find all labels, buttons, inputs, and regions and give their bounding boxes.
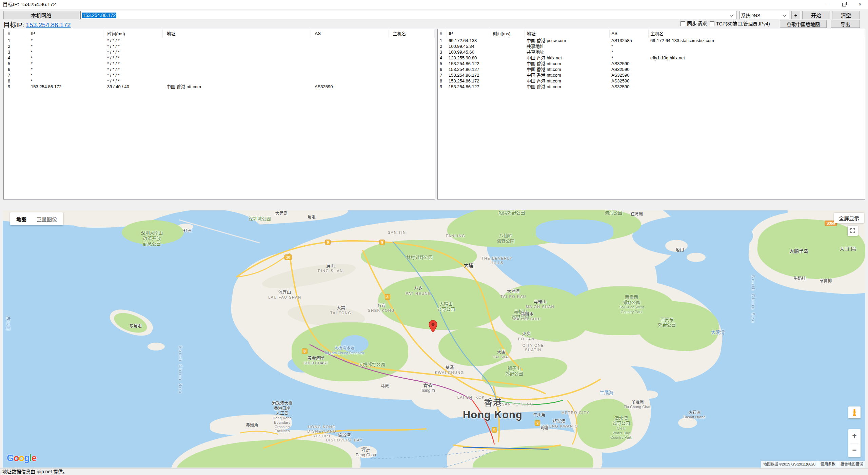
titlebar[interactable]: 目标IP: 153.254.86.172 – × xyxy=(0,0,868,9)
close-button[interactable]: × xyxy=(852,0,868,9)
map-label: CITY ONESHATIN xyxy=(522,343,544,352)
route-shield: 10 xyxy=(284,254,292,260)
restore-icon xyxy=(842,3,846,6)
map-label: 大浪湾 xyxy=(711,330,725,335)
terms-link[interactable]: 使用条款 xyxy=(818,461,838,468)
map-label: 西贡西郊野公园Sai Kung WestCountry Park xyxy=(619,294,644,314)
col-hostname[interactable]: 主机名 xyxy=(648,29,865,38)
col-ip[interactable]: IP xyxy=(27,29,103,38)
col-as[interactable]: AS xyxy=(609,29,648,38)
add-target-button[interactable]: + xyxy=(791,11,800,19)
pegman-button[interactable] xyxy=(848,406,861,418)
col-hop[interactable]: # xyxy=(4,29,27,38)
trace-table-left: # IP 时间(ms) 地址 AS 主机名 1** / * / *2** / *… xyxy=(4,29,435,90)
col-address[interactable]: 地址 xyxy=(162,29,311,38)
chevron-down-icon[interactable] xyxy=(783,13,786,16)
sync-request-checkbox[interactable] xyxy=(680,21,685,26)
table-row[interactable]: 9153.254.86.17239 / 40 / 40中国 香港 ntt.com… xyxy=(4,84,435,90)
map-label: 海滨公园 xyxy=(605,210,622,216)
table-row[interactable]: 169.172.64.133中国 香港 pccw.comAS13258569-1… xyxy=(438,38,865,43)
table-row[interactable]: 2100.99.45.34共享地址* xyxy=(438,43,865,49)
map-label: 八乡PAT HEUNG xyxy=(406,286,431,296)
trace-table-right-panel: # IP 时间(ms) 地址 AS 主机名 169.172.64.133中国 香… xyxy=(437,29,865,200)
export-button[interactable]: 导出 xyxy=(831,20,860,28)
map-label: 石岗SHEK KONG xyxy=(368,303,395,313)
map-label: 大埔滘TAI PO KAU xyxy=(500,289,526,299)
map-label: 穿鼻排 xyxy=(820,279,832,284)
local-network-button[interactable]: 本机网络 xyxy=(3,11,79,19)
table-row[interactable]: 8153.254.86.172中国 香港 ntt.comAS32590 xyxy=(438,78,865,84)
table-row[interactable]: 4** / * / * xyxy=(4,55,435,61)
col-address[interactable]: 地址 xyxy=(525,29,609,38)
table-row[interactable]: 5153.254.86.122中国 香港 ntt.comAS32590 xyxy=(438,61,865,66)
map-label: THE BEVERLYHILLS xyxy=(481,256,513,265)
minimize-button[interactable]: – xyxy=(820,0,836,9)
tab-satellite[interactable]: 卫星图像 xyxy=(37,215,57,223)
clear-button[interactable]: 清空 xyxy=(832,11,860,19)
map-label: 马湾 xyxy=(381,383,389,388)
restore-button[interactable] xyxy=(836,0,852,9)
map-label: 火炭FO TAN xyxy=(518,331,534,341)
col-hop[interactable]: # xyxy=(438,29,447,38)
fullscreen-button[interactable] xyxy=(848,226,858,236)
table-header-row[interactable]: # IP 时间(ms) 地址 AS 主机名 xyxy=(4,29,435,38)
dns-select-value: 系统DNS xyxy=(741,12,761,19)
chevron-down-icon[interactable] xyxy=(730,13,733,16)
col-hostname[interactable]: 主机名 xyxy=(389,29,435,38)
start-button[interactable]: 开始 xyxy=(802,11,830,19)
map-label: 珠江口 xyxy=(5,316,11,331)
col-ip[interactable]: IP xyxy=(447,29,491,38)
map-label: 大棠TAI TONG xyxy=(330,306,352,316)
pegman-icon xyxy=(851,408,858,417)
table-row[interactable]: 4123.255.90.80中国 香港 hkix.net*efly1-10g.h… xyxy=(438,55,865,61)
target-ip-label: 目标IP: xyxy=(3,21,24,28)
route-shield: 8 xyxy=(302,348,307,354)
dns-select[interactable]: 系统DNS xyxy=(739,11,789,19)
col-as[interactable]: AS xyxy=(311,29,389,38)
col-time[interactable]: 时间(ms) xyxy=(103,29,162,38)
map-canvas[interactable]: 99103852S359 深圳湾公园深圳大南山改革开放纪念公园大铲岛角咀孖洲船湾… xyxy=(3,210,865,468)
google-logo[interactable]: Google xyxy=(7,453,36,463)
tcp-mode-checkbox[interactable] xyxy=(710,21,714,26)
map-label: 火石洲Basalt Island xyxy=(684,410,706,419)
table-header-row[interactable]: # IP 时间(ms) 地址 AS 主机名 xyxy=(438,29,865,38)
zoom-control: + − xyxy=(848,429,861,457)
table-row[interactable]: 7** / * / * xyxy=(4,72,435,78)
target-ip-input[interactable]: 153.254.86.172 xyxy=(80,11,736,19)
map-label: 大鹏半岛 xyxy=(789,249,808,254)
map-label: 东角咀 xyxy=(130,324,142,329)
route-shield: 2 xyxy=(535,420,540,426)
map-label: 流浮山LAU FAU SHAN xyxy=(268,290,301,300)
map-label: 愉景湾DISCOVERY BAY xyxy=(326,433,362,443)
map-marker-pin[interactable] xyxy=(429,320,437,334)
table-row[interactable]: 6153.254.86.127中国 香港 ntt.comAS32590 xyxy=(438,66,865,72)
map-label: 大三门岛 xyxy=(840,246,856,251)
table-row[interactable]: 8** / * / * xyxy=(4,78,435,84)
map-label: 将军澳TSEUNG KWAN O xyxy=(540,419,578,429)
google-china-map-button[interactable]: 谷歌中国版地图 xyxy=(780,20,827,28)
zoom-out-button[interactable]: − xyxy=(848,443,861,457)
report-error-link[interactable]: 报告地图错误 xyxy=(838,461,865,468)
map-label: 香港Hong Kong xyxy=(463,398,522,422)
table-row[interactable]: 3100.99.45.60共享地址* xyxy=(438,49,865,55)
map-label: 船湾郊野公园 xyxy=(498,210,525,216)
table-row[interactable]: 6** / * / * xyxy=(4,66,435,72)
table-row[interactable]: 9153.254.86.127中国 香港 ntt.comAS32590 xyxy=(438,84,865,90)
table-row[interactable]: 5** / * / * xyxy=(4,61,435,66)
table-row[interactable]: 3** / * / * xyxy=(4,49,435,55)
fullscreen-icon xyxy=(850,228,856,234)
target-ip-link[interactable]: 153.254.86.172 xyxy=(26,21,71,28)
map-label: 赤鱲角 xyxy=(246,423,258,428)
zoom-in-button[interactable]: + xyxy=(848,429,861,443)
map-label: 狮子山郊野公园 xyxy=(506,366,523,377)
table-row[interactable]: 2** / * / * xyxy=(4,43,435,49)
map-label: 大围TAI WAI xyxy=(493,350,510,360)
map-label: 孖洲 xyxy=(183,228,191,233)
table-row[interactable]: 1** / * / * xyxy=(4,38,435,43)
table-row[interactable]: 7153.254.86.172中国 香港 ntt.comAS32590 xyxy=(438,72,865,78)
tab-map[interactable]: 地图 xyxy=(16,215,26,223)
map-label: 往湾洲 xyxy=(631,211,643,216)
col-time[interactable]: 时间(ms) xyxy=(491,29,525,38)
target-ip-input-value: 153.254.86.172 xyxy=(82,13,116,18)
map-label: 吊鐘洲Tiu Chung Chau xyxy=(624,400,652,409)
